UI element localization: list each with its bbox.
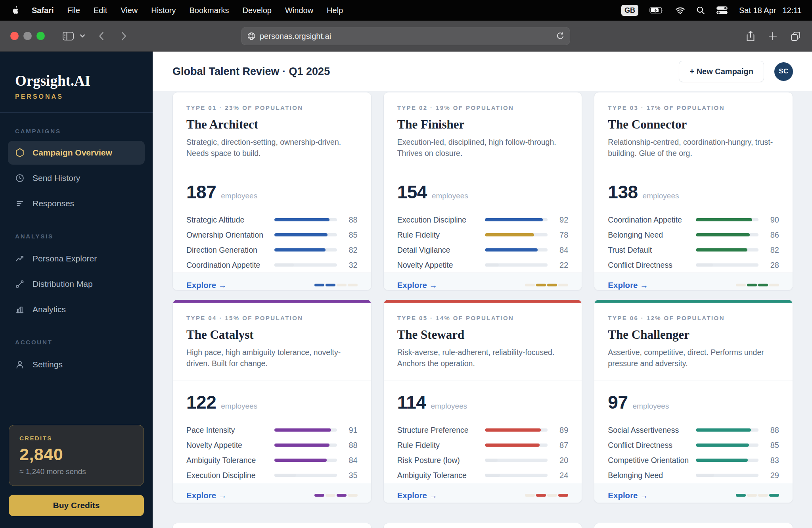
stat-label: Pace Intensity bbox=[186, 426, 274, 435]
card-title: The Challenger bbox=[608, 328, 779, 342]
mini-segment-filled bbox=[747, 284, 757, 286]
employee-count-row: 114 employees bbox=[397, 392, 569, 413]
url-text[interactable]: personas.orgsight.ai bbox=[260, 32, 556, 41]
stat-rows: Coordination Appetite 90 Belonging Need … bbox=[608, 212, 779, 273]
stat-row: Strategic Altitude 88 bbox=[186, 212, 358, 227]
minimize-window-button[interactable] bbox=[23, 32, 32, 40]
menubar-item[interactable]: Edit bbox=[94, 6, 107, 15]
sidebar-toggle-icon[interactable] bbox=[62, 31, 74, 41]
stat-label: Belonging Need bbox=[608, 471, 696, 480]
address-bar[interactable]: personas.orgsight.ai bbox=[241, 27, 570, 45]
card-description: Execution-led, disciplined, high follow-… bbox=[397, 137, 569, 159]
new-tab-icon[interactable] bbox=[768, 31, 778, 41]
menubar-item[interactable]: Bookmarks bbox=[190, 6, 229, 15]
explore-link[interactable]: Explore → bbox=[186, 491, 226, 500]
stat-bar-track bbox=[696, 263, 758, 267]
menubar-item[interactable]: Develop bbox=[243, 6, 272, 15]
brand-title: Orgsight.AI bbox=[15, 72, 138, 89]
nav-section-label: ANALYSIS bbox=[0, 233, 153, 240]
stat-bar-track bbox=[696, 459, 758, 462]
sidebar-item-send-history[interactable]: Send History bbox=[0, 165, 153, 191]
explore-link[interactable]: Explore → bbox=[397, 280, 437, 290]
stat-bar-fill bbox=[274, 444, 329, 447]
persona-card: TYPE 04 · 15% OF POPULATION The Catalyst… bbox=[172, 300, 372, 503]
stat-bar-fill bbox=[274, 459, 327, 462]
stat-label: Ambiguity Tolerance bbox=[397, 471, 485, 480]
sidebar-item-distribution-map[interactable]: Distribution Map bbox=[0, 271, 153, 297]
card-header: TYPE 05 · 14% OF POPULATION The Steward … bbox=[384, 303, 582, 380]
stat-rows: Social Assertiveness 88 Conflict Directn… bbox=[608, 422, 779, 483]
sidebar-item-persona-explorer[interactable]: Persona Explorer bbox=[0, 246, 153, 271]
menubar-item[interactable]: View bbox=[121, 6, 138, 15]
explore-link[interactable]: Explore → bbox=[608, 280, 648, 290]
menubar-item[interactable]: File bbox=[67, 6, 80, 15]
stat-bar-fill bbox=[696, 218, 752, 221]
explore-link[interactable]: Explore → bbox=[608, 491, 648, 500]
menubar-item[interactable]: Safari bbox=[32, 6, 54, 15]
card-description: Assertive, competitive, direct. Performs… bbox=[608, 347, 779, 369]
mini-segment-filled bbox=[736, 494, 746, 497]
hexagon-icon bbox=[15, 148, 25, 157]
employee-count-row: 187 employees bbox=[186, 181, 358, 203]
stat-bar-fill bbox=[696, 428, 751, 432]
stat-value: 84 bbox=[337, 456, 358, 465]
mini-segment-filled bbox=[758, 284, 768, 286]
stat-value: 88 bbox=[337, 215, 358, 225]
stat-label: Belonging Need bbox=[608, 230, 696, 240]
input-source-badge[interactable]: GB bbox=[621, 5, 638, 16]
explore-link[interactable]: Explore → bbox=[397, 491, 437, 500]
avatar[interactable]: SC bbox=[774, 62, 793, 81]
menubar-item[interactable]: History bbox=[151, 6, 176, 15]
close-window-button[interactable] bbox=[10, 32, 19, 40]
mini-segment-empty bbox=[736, 284, 746, 286]
persona-card: TYPE 06 · 12% OF POPULATION The Challeng… bbox=[594, 300, 793, 503]
sidebar-item-campaign-overview[interactable]: Campaign Overview bbox=[8, 141, 145, 165]
sidebar-item-label: Distribution Map bbox=[33, 279, 93, 289]
reload-icon[interactable] bbox=[556, 32, 564, 40]
new-campaign-button[interactable]: + New Campaign bbox=[679, 61, 764, 82]
mini-segment-empty bbox=[525, 284, 535, 286]
share-icon[interactable] bbox=[746, 31, 755, 42]
sidebar-item-settings[interactable]: Settings bbox=[0, 352, 153, 377]
stat-value: 32 bbox=[337, 261, 358, 270]
battery-icon[interactable] bbox=[649, 7, 664, 14]
card-stats: 114 employees Structure Preference 89 Ru… bbox=[384, 380, 582, 483]
sidebar-item-responses[interactable]: Responses bbox=[0, 191, 153, 216]
menubar-item[interactable]: Help bbox=[327, 6, 343, 15]
menubar-item[interactable]: Window bbox=[285, 6, 313, 15]
tab-overview-icon[interactable] bbox=[790, 31, 801, 42]
stat-value: 24 bbox=[548, 471, 568, 480]
employee-count-row: 97 employees bbox=[608, 392, 779, 413]
card-stats: 187 employees Strategic Altitude 88 Owne… bbox=[173, 170, 371, 273]
trend-icon bbox=[15, 254, 25, 263]
card-accent-bar bbox=[173, 300, 371, 303]
employee-count: 97 bbox=[608, 392, 628, 413]
wifi-icon[interactable] bbox=[675, 7, 685, 14]
stat-bar-track bbox=[274, 428, 337, 432]
explore-link[interactable]: Explore → bbox=[186, 280, 226, 290]
spotlight-search-icon[interactable] bbox=[696, 6, 705, 15]
stat-value: 88 bbox=[337, 441, 358, 450]
card-header: TYPE 02 · 19% OF POPULATION The Finisher… bbox=[384, 92, 582, 170]
card-header: TYPE 04 · 15% OF POPULATION The Catalyst… bbox=[173, 303, 371, 380]
sidebar-item-analytics[interactable]: Analytics bbox=[0, 297, 153, 322]
zoom-window-button[interactable] bbox=[36, 32, 45, 40]
mini-distribution-bar bbox=[525, 284, 568, 286]
back-button[interactable] bbox=[99, 32, 104, 40]
stat-bar-fill bbox=[696, 444, 749, 447]
buy-credits-button[interactable]: Buy Credits bbox=[9, 495, 144, 516]
menubar-items: SafariFileEditViewHistoryBookmarksDevelo… bbox=[32, 6, 343, 15]
forward-button[interactable] bbox=[121, 32, 126, 40]
stat-bar-fill bbox=[485, 428, 541, 432]
stat-value: 91 bbox=[337, 426, 358, 435]
stat-label: Novelty Appetite bbox=[397, 261, 485, 270]
employee-count: 138 bbox=[608, 181, 638, 203]
list-icon bbox=[15, 199, 25, 208]
apple-icon[interactable] bbox=[10, 6, 18, 15]
stat-value: 87 bbox=[548, 441, 568, 450]
nav-arrows bbox=[99, 32, 126, 40]
control-center-icon[interactable] bbox=[716, 6, 728, 15]
chevron-down-icon[interactable] bbox=[80, 34, 85, 38]
menubar-status: GB Sat 18 Apr 12:11 bbox=[621, 5, 802, 16]
employee-count-row: 138 employees bbox=[608, 181, 779, 203]
